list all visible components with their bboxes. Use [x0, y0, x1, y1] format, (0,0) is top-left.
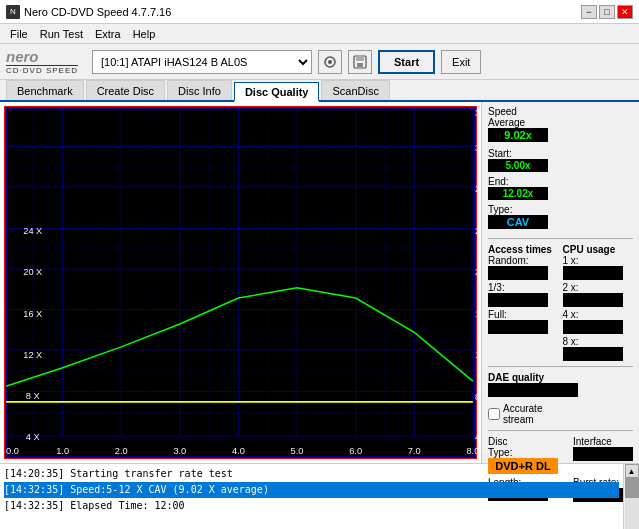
titlebar: N Nero CD-DVD Speed 4.7.7.16 − □ ✕	[0, 0, 639, 24]
scroll-thumb[interactable]	[625, 478, 639, 498]
cpu-4x-value	[563, 320, 623, 334]
tab-scandisc[interactable]: ScanDisc	[321, 80, 389, 100]
one-third-label: 1/3:	[488, 282, 559, 293]
average-label: Average	[488, 117, 633, 128]
cpu-label: CPU usage	[563, 244, 634, 255]
tab-benchmark[interactable]: Benchmark	[6, 80, 84, 100]
chart-svg: 4 X 8 X 12 X 16 X 20 X 24 X 0.0 1.0 2.0 …	[4, 106, 477, 459]
full-value	[488, 320, 548, 334]
cpu-2x-value	[563, 293, 623, 307]
svg-text:8 X: 8 X	[26, 391, 40, 401]
cpu-col: CPU usage 1 x: 2 x: 4 x: 8 x:	[563, 244, 634, 361]
drive-select[interactable]: [10:1] ATAPI iHAS124 B AL0S	[92, 50, 312, 74]
menu-extra[interactable]: Extra	[89, 27, 127, 41]
svg-text:5.0: 5.0	[291, 446, 304, 456]
log-line-selected: [14:32:35] Speed:5-12 X CAV (9.02 X aver…	[4, 482, 619, 498]
exit-button[interactable]: Exit	[441, 50, 481, 74]
svg-text:20: 20	[475, 267, 477, 277]
type-value: CAV	[488, 215, 548, 229]
svg-text:1.0: 1.0	[56, 446, 69, 456]
maximize-button[interactable]: □	[599, 5, 615, 19]
svg-text:4: 4	[475, 432, 477, 442]
cpu-1x-label: 1 x:	[563, 255, 634, 266]
divider-1	[488, 238, 633, 239]
close-button[interactable]: ✕	[617, 5, 633, 19]
svg-text:16: 16	[475, 309, 477, 319]
accurate-stream-checkbox[interactable]	[488, 408, 500, 420]
end-value: 12.02x	[488, 187, 548, 200]
svg-text:12 X: 12 X	[23, 350, 42, 360]
disc-type-label: Disc	[488, 436, 558, 447]
minimize-button[interactable]: −	[581, 5, 597, 19]
tab-disc-quality[interactable]: Disc Quality	[234, 82, 320, 102]
app-icon: N	[6, 5, 20, 19]
svg-text:7.0: 7.0	[408, 446, 421, 456]
svg-text:36: 36	[475, 108, 477, 118]
cpu-2x-label: 2 x:	[563, 282, 634, 293]
tabs: Benchmark Create Disc Disc Info Disc Qua…	[0, 80, 639, 102]
start-button[interactable]: Start	[378, 50, 435, 74]
svg-text:4.0: 4.0	[232, 446, 245, 456]
right-panel: Speed Average 9.02x Start: 5.00x End: 12…	[481, 102, 639, 463]
options-button[interactable]	[318, 50, 342, 74]
average-value: 9.02x	[488, 128, 548, 142]
divider-2	[488, 366, 633, 367]
menu-file[interactable]: File	[4, 27, 34, 41]
log-scrollbar: ▲ ▼	[623, 464, 639, 529]
type-label: Type:	[488, 204, 633, 215]
cpu-4x-label: 4 x:	[563, 309, 634, 320]
svg-text:3.0: 3.0	[173, 446, 186, 456]
menu-run-test[interactable]: Run Test	[34, 27, 89, 41]
random-label: Random:	[488, 255, 559, 266]
log-line: [14:20:35] Starting transfer rate test	[4, 466, 619, 482]
dae-section: DAE quality	[488, 372, 633, 399]
toolbar: nero CD·DVD SPEED [10:1] ATAPI iHAS124 B…	[0, 44, 639, 80]
svg-rect-4	[357, 63, 363, 67]
app-logo: nero CD·DVD SPEED	[6, 49, 78, 75]
scroll-up-button[interactable]: ▲	[625, 464, 639, 478]
one-third-value	[488, 293, 548, 307]
dae-label: DAE quality	[488, 372, 633, 383]
app-title: Nero CD-DVD Speed 4.7.7.16	[24, 6, 171, 18]
svg-text:24 X: 24 X	[23, 226, 42, 236]
svg-text:6.0: 6.0	[349, 446, 362, 456]
svg-text:20 X: 20 X	[23, 267, 42, 277]
svg-text:8.0: 8.0	[466, 446, 477, 456]
svg-text:24: 24	[475, 226, 477, 236]
full-label: Full:	[488, 309, 559, 320]
access-cpu-section: Access times Random: 1/3: Full: CPU usag…	[488, 244, 633, 361]
tab-disc-info[interactable]: Disc Info	[167, 80, 232, 100]
main-content: 4 X 8 X 12 X 16 X 20 X 24 X 0.0 1.0 2.0 …	[0, 102, 639, 463]
svg-text:2.0: 2.0	[115, 446, 128, 456]
svg-text:16 X: 16 X	[23, 309, 42, 319]
svg-point-1	[328, 60, 332, 64]
end-section: End: 12.02x	[488, 176, 633, 200]
tab-create-disc[interactable]: Create Disc	[86, 80, 165, 100]
svg-text:28: 28	[475, 184, 477, 194]
access-times-col: Access times Random: 1/3: Full:	[488, 244, 559, 361]
cpu-8x-value	[563, 347, 623, 361]
cpu-8x-label: 8 x:	[563, 336, 634, 347]
scroll-track	[625, 478, 639, 529]
speed-label: Speed	[488, 106, 633, 117]
accurate-label: Accurate stream	[503, 403, 542, 425]
svg-text:32: 32	[475, 143, 477, 153]
start-value: 5.00x	[488, 159, 548, 172]
svg-text:8: 8	[475, 392, 477, 402]
divider-3	[488, 430, 633, 431]
save-button[interactable]	[348, 50, 372, 74]
start-section: Start: 5.00x	[488, 148, 548, 172]
menu-help[interactable]: Help	[127, 27, 162, 41]
disc-type-sub: Type:	[488, 447, 558, 458]
end-label: End:	[488, 176, 633, 187]
chart-area: 4 X 8 X 12 X 16 X 20 X 24 X 0.0 1.0 2.0 …	[4, 106, 477, 459]
log-line: [14:32:35] Elapsed Time: 12:00	[4, 498, 619, 514]
svg-text:12: 12	[475, 350, 477, 360]
svg-rect-5	[4, 106, 477, 459]
svg-rect-3	[356, 56, 364, 61]
svg-text:0.0: 0.0	[6, 446, 19, 456]
dae-value	[488, 383, 578, 397]
type-section: Type: CAV	[488, 204, 633, 229]
random-value	[488, 266, 548, 280]
start-label: Start:	[488, 148, 548, 159]
